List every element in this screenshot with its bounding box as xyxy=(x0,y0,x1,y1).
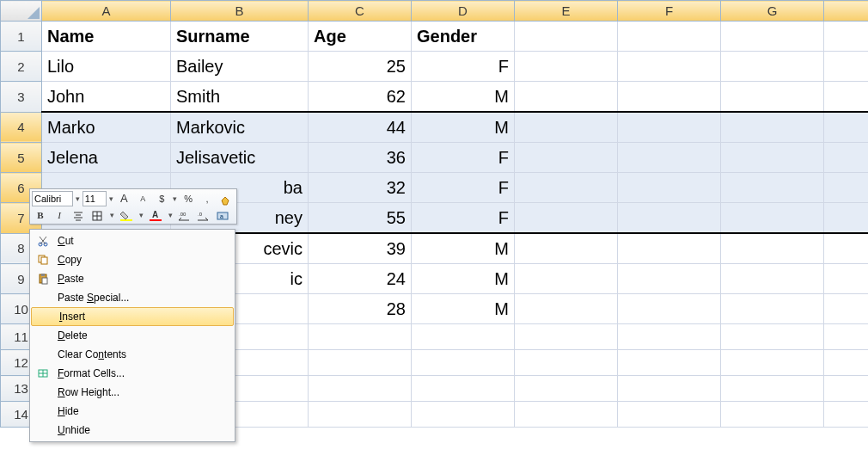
col-header-D[interactable]: D xyxy=(412,1,515,22)
cell-B1[interactable]: Surname xyxy=(171,22,309,52)
cell[interactable]: Jelena xyxy=(42,143,171,173)
borders-dropdown-icon[interactable]: ▾ xyxy=(107,208,116,222)
table-row: 3 John Smith 62 M xyxy=(1,82,869,113)
merge-center-icon[interactable]: a xyxy=(214,208,231,222)
align-center-icon[interactable] xyxy=(70,208,87,222)
row-header-1[interactable]: 1 xyxy=(1,22,42,52)
svg-rect-15 xyxy=(41,274,45,276)
cell[interactable]: F xyxy=(412,143,515,173)
cell[interactable]: 28 xyxy=(309,294,412,324)
context-unhide[interactable]: Unhide xyxy=(30,421,235,440)
font-color-dropdown-icon[interactable]: ▾ xyxy=(166,208,174,222)
fill-color-icon[interactable] xyxy=(118,208,135,222)
context-hide[interactable]: Hide xyxy=(30,402,235,421)
cell-F1[interactable] xyxy=(618,22,721,52)
col-header-B[interactable]: B xyxy=(171,1,309,22)
context-cut[interactable]: Cut xyxy=(30,231,235,250)
percent-button[interactable]: % xyxy=(180,192,197,206)
context-paste[interactable]: Paste xyxy=(30,269,235,288)
cell[interactable]: 39 xyxy=(309,233,412,264)
cell[interactable]: Bailey xyxy=(171,52,309,82)
cell[interactable]: 36 xyxy=(309,143,412,173)
context-clear-contents[interactable]: Clear Contents xyxy=(30,345,235,364)
format-painter-icon[interactable] xyxy=(217,192,235,206)
column-header-row: A B C D E F G xyxy=(1,1,869,22)
context-paste-special[interactable]: Paste Special... xyxy=(30,288,235,307)
italic-button[interactable]: I xyxy=(51,208,68,222)
cell[interactable]: Jelisavetic xyxy=(171,143,309,173)
svg-rect-13 xyxy=(41,257,47,264)
font-size-input[interactable] xyxy=(83,191,107,206)
context-menu: Cut Copy Paste Paste Special... Insert D… xyxy=(29,229,235,442)
menu-label: Row Height... xyxy=(58,386,119,398)
cell[interactable]: Marko xyxy=(42,112,171,143)
table-row: 4 Marko Markovic 44 M xyxy=(1,112,869,143)
borders-icon[interactable] xyxy=(89,208,106,222)
svg-rect-5 xyxy=(150,219,162,221)
col-header-A[interactable]: A xyxy=(42,1,171,22)
menu-label: Copy xyxy=(58,254,82,266)
grow-font-button[interactable]: A xyxy=(115,192,132,206)
comma-button[interactable]: , xyxy=(199,192,216,206)
currency-button[interactable]: $ xyxy=(153,192,170,206)
context-copy[interactable]: Copy xyxy=(30,250,235,269)
cell[interactable]: 24 xyxy=(309,264,412,294)
cell[interactable]: M xyxy=(412,233,515,264)
cell-D1[interactable]: Gender xyxy=(412,22,515,52)
copy-icon xyxy=(34,252,52,268)
font-color-icon[interactable]: A xyxy=(147,208,164,222)
size-dropdown-icon[interactable]: ▾ xyxy=(108,192,114,206)
context-format-cells[interactable]: Format Cells... xyxy=(30,364,235,383)
decrease-decimal-icon[interactable]: .00 xyxy=(176,208,193,222)
mini-toolbar: ▾ ▾ A A $ ▾ % , B I ▾ ▾ A ▾ .00 xyxy=(29,188,237,225)
context-row-height[interactable]: Row Height... xyxy=(30,383,235,402)
cell-C1[interactable]: Age xyxy=(309,22,412,52)
cell[interactable]: Lilo xyxy=(42,52,171,82)
col-header-G[interactable]: G xyxy=(721,1,824,22)
context-insert[interactable]: Insert xyxy=(31,307,234,326)
cell[interactable]: Markovic xyxy=(171,112,309,143)
currency-dropdown-icon[interactable]: ▾ xyxy=(172,192,178,206)
cell[interactable]: F xyxy=(412,52,515,82)
font-dropdown-icon[interactable]: ▾ xyxy=(75,192,81,206)
select-all-corner[interactable] xyxy=(1,1,42,22)
row-header-3[interactable]: 3 xyxy=(1,82,42,113)
format-cells-icon xyxy=(34,366,52,381)
cell-E1[interactable] xyxy=(515,22,618,52)
cell-A1[interactable]: Name xyxy=(42,22,171,52)
cell[interactable]: 32 xyxy=(309,173,412,203)
cell[interactable]: M xyxy=(412,82,515,113)
menu-label: Format Cells... xyxy=(58,367,125,379)
row-header-5[interactable]: 5 xyxy=(1,143,42,173)
row-header-4[interactable]: 4 xyxy=(1,112,42,143)
col-header-extra[interactable] xyxy=(824,1,869,22)
context-delete[interactable]: Delete xyxy=(30,326,235,345)
spreadsheet-viewport: { "columns": ["A","B","C","D","E","F","G… xyxy=(0,0,868,474)
menu-label: Clear Contents xyxy=(58,348,126,360)
col-header-C[interactable]: C xyxy=(309,1,412,22)
cell[interactable]: F xyxy=(412,203,515,234)
cell[interactable]: F xyxy=(412,173,515,203)
svg-text:a: a xyxy=(220,213,223,219)
cell[interactable]: M xyxy=(412,112,515,143)
cell-G1[interactable] xyxy=(721,22,824,52)
menu-label: Insert xyxy=(59,311,85,323)
fill-dropdown-icon[interactable]: ▾ xyxy=(137,208,145,222)
cell[interactable]: M xyxy=(412,264,515,294)
font-name-input[interactable] xyxy=(32,191,73,206)
shrink-font-button[interactable]: A xyxy=(134,192,151,206)
cell[interactable]: 25 xyxy=(309,52,412,82)
cell[interactable]: 44 xyxy=(309,112,412,143)
cell[interactable]: 55 xyxy=(309,203,412,234)
menu-label: Paste Special... xyxy=(58,292,129,304)
cell[interactable]: M xyxy=(412,294,515,324)
cell[interactable]: Smith xyxy=(171,82,309,113)
col-header-F[interactable]: F xyxy=(618,1,721,22)
cell[interactable]: John xyxy=(42,82,171,113)
bold-button[interactable]: B xyxy=(32,208,49,222)
row-header-2[interactable]: 2 xyxy=(1,52,42,82)
increase-decimal-icon[interactable]: .0 xyxy=(195,208,212,222)
cell[interactable]: 62 xyxy=(309,82,412,113)
data-header-row: 1 Name Surname Age Gender xyxy=(1,22,869,52)
col-header-E[interactable]: E xyxy=(515,1,618,22)
